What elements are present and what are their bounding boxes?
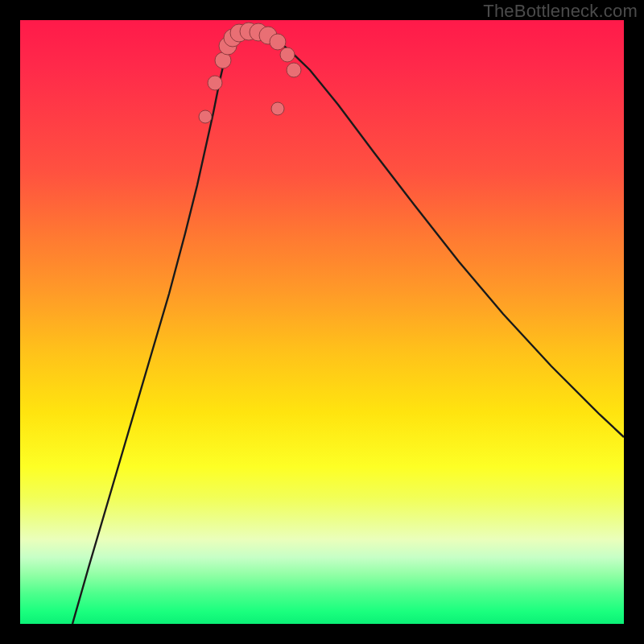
- curve-marker: [271, 102, 284, 115]
- watermark-text: TheBottleneck.com: [483, 1, 638, 22]
- curve-marker: [280, 47, 295, 62]
- curve-marker: [208, 76, 222, 90]
- chart-plot-area: [20, 20, 624, 624]
- bottleneck-curve: [72, 31, 624, 624]
- curve-marker: [270, 34, 286, 50]
- chart-frame: TheBottleneck.com: [0, 0, 644, 644]
- chart-svg: [20, 20, 624, 624]
- curve-marker: [287, 63, 301, 77]
- curve-marker: [199, 110, 212, 123]
